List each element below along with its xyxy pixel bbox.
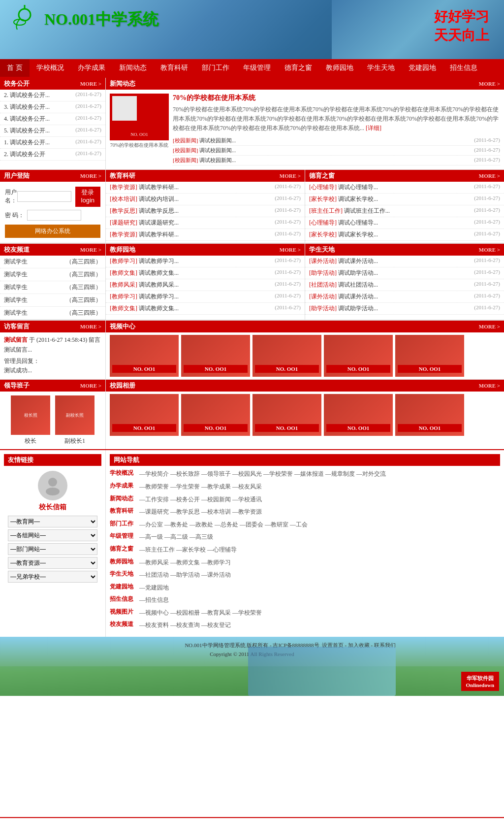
nav-overview[interactable]: 学校概况 xyxy=(30,59,71,77)
list-item: [心理辅导] 调试心理辅导...(2011-6-27) xyxy=(305,217,504,229)
nav-achievements[interactable]: 办学成果 xyxy=(71,59,112,77)
photo-thumb[interactable]: NO. OO1 xyxy=(181,394,250,436)
list-item-link[interactable]: 2. 调试校务公开 xyxy=(4,150,45,159)
sitemap-vals: —课题研究 —教学反思 —校本培训 —教学资源 xyxy=(139,507,262,518)
username-label: 用户名： xyxy=(5,188,17,205)
sitemap-vals: —办公室 —教务处 —政教处 —总务处 —团委会 —教研室 —工会 xyxy=(139,520,308,530)
friends-links-section: 友情链接 校长信箱 —教育网— —各组网站— —部门网站— —教育资源— —兄弟… xyxy=(0,450,106,637)
teacher-zone-more[interactable]: MORE > xyxy=(280,247,301,253)
row4: 访客留言 MORE > 测试留言 于 (2011-6-27 14:58:43) … xyxy=(0,320,504,379)
leader-name: 校长 xyxy=(11,437,50,445)
nav-edu-research[interactable]: 教育科研 xyxy=(154,59,195,77)
edu-resources-select[interactable]: —教育资源— xyxy=(8,557,97,569)
news-sub-list: [校园新闻] 调试校园新闻...(2011-6-27) [校园新闻] 调试校园新… xyxy=(173,136,500,165)
photo-thumb[interactable]: NO. OO1 xyxy=(324,394,393,436)
xiao-wu-gong-kai-section: 校务公开 MORE > 2. 调试校务公开...(2011-6-27) 3. 调… xyxy=(0,78,106,169)
list-item: 4. 调试校务公开...(2011-6-27) xyxy=(0,113,105,125)
sitemap-content: 学校概况 —学校简介 —校长致辞 —领导班子 —校园风光 —学校荣誉 —媒体报道… xyxy=(110,469,500,631)
photo-album-more[interactable]: MORE > xyxy=(479,383,500,389)
visitor-msg-title: 访客留言 xyxy=(4,322,30,331)
sitemap-key: 学生天地 xyxy=(110,570,139,578)
sitemap-vals: —工作安排 —校务公开 —校园新闻 —学校通讯 xyxy=(139,494,262,505)
video-thumb[interactable]: NO. OO1 xyxy=(110,335,179,377)
sitemap-vals: —社团活动 —助学活动 —课外活动 xyxy=(139,570,231,581)
row6: 友情链接 校长信箱 —教育网— —各组网站— —部门网站— —教育资源— —兄弟… xyxy=(0,449,504,637)
teacher-zone-title: 教师园地 xyxy=(110,245,135,254)
video-thumb[interactable]: NO. OO1 xyxy=(252,335,321,377)
msg-author: 测试留言 xyxy=(4,336,28,343)
leader-list: 校长照 校长 副校长照 副校长1 xyxy=(0,392,105,449)
leader-more[interactable]: MORE > xyxy=(80,383,101,389)
list-item: 5. 调试校务公开...(2011-6-27) xyxy=(0,125,105,137)
alumni-more[interactable]: MORE > xyxy=(80,247,101,253)
nav-grade-mgmt[interactable]: 年级管理 xyxy=(236,59,278,77)
list-item-link[interactable]: 2. 调试校务公开... xyxy=(4,91,50,99)
list-item-link[interactable]: 5. 调试校务公开... xyxy=(4,127,50,135)
nav-dept-work[interactable]: 部门工作 xyxy=(195,59,236,77)
list-item: [课题研究] 调试课题研究...(2011-6-27) xyxy=(106,217,305,229)
sitemap-vals: —班主任工作 —家长学校 —心理辅导 xyxy=(139,545,237,556)
moral-edu-more[interactable]: MORE > xyxy=(479,173,500,179)
sister-schools-select[interactable]: —兄弟学校— xyxy=(8,571,97,583)
video-center-title: 视频中心 xyxy=(110,322,135,331)
alumni-title: 校友频道 xyxy=(4,245,30,254)
list-item-link[interactable]: 1. 调试校务公开... xyxy=(4,138,50,147)
sitemap-row: 教育科研 —课题研究 —教学反思 —校本培训 —教学资源 xyxy=(110,507,500,518)
sitemap-key: 办学成果 xyxy=(110,482,139,490)
nav-enrollment[interactable]: 招生信息 xyxy=(443,59,484,77)
username-input[interactable] xyxy=(17,191,71,202)
reply-content: 测试成功... xyxy=(4,366,101,375)
password-row: 密 码： xyxy=(5,210,100,221)
nav-home[interactable]: 首 页 xyxy=(0,59,30,77)
sitemap-header: 网站导航 xyxy=(110,454,500,466)
password-input[interactable] xyxy=(27,210,81,221)
row2: 用户登陆 MORE > 用户名： 登录login 密 码： 网络办公系统 教育科… xyxy=(0,169,504,244)
edu-research-list: [教学资源] 调试教学科研...(2011-6-27) [校本培训] 调试校内培… xyxy=(106,182,305,241)
list-item: [助学活动] 调试助学活动...(2011-6-27) xyxy=(305,267,504,279)
visitor-msg-more[interactable]: MORE > xyxy=(80,324,101,329)
video-thumb[interactable]: NO. OO1 xyxy=(181,335,250,377)
photo-thumb[interactable]: NO. OO1 xyxy=(252,394,321,436)
list-item: 测试学生（高三四班） xyxy=(0,268,105,281)
video-center-more[interactable]: MORE > xyxy=(479,324,500,329)
nav-teacher-zone[interactable]: 教师园地 xyxy=(319,59,360,77)
photo-thumb[interactable]: NO. OO1 xyxy=(395,394,464,436)
dept-sites-select[interactable]: —部门网站— xyxy=(8,543,97,555)
news-more[interactable]: MORE > xyxy=(479,81,500,87)
list-item: [助学活动] 调试助学活动...(2011-6-27) xyxy=(305,303,504,315)
news-center-content: NO. OO1 70%的学校都在使用本系统 70%的学校都在使用本系统 70%的… xyxy=(106,90,504,169)
xiao-wu-more[interactable]: MORE > xyxy=(80,81,101,87)
nav-moral-edu[interactable]: 德育之窗 xyxy=(278,59,319,77)
sitemap-key: 校友频道 xyxy=(110,620,139,628)
list-item: 测试学生（高三四班） xyxy=(0,307,105,320)
svg-point-2 xyxy=(14,19,26,25)
list-item-link[interactable]: 3. 调试校务公开... xyxy=(4,103,50,111)
jiao-yu-ke-yan-section: 教育科研 MORE > [教学资源] 调试教学科研...(2011-6-27) … xyxy=(106,170,305,243)
sitemap-key: 视频图片 xyxy=(110,608,139,616)
video-thumb[interactable]: NO. OO1 xyxy=(395,335,464,377)
edu-research-more[interactable]: MORE > xyxy=(280,173,301,179)
nav-student-zone[interactable]: 学生天地 xyxy=(360,59,402,77)
photo-thumb[interactable]: NO. OO1 xyxy=(110,394,179,436)
list-item: [教师文集] 调试教师文集...(2011-6-27) xyxy=(106,303,305,315)
nav-news[interactable]: 新闻动态 xyxy=(112,59,154,77)
leader-photo: 校长照 xyxy=(11,395,50,435)
video-thumb[interactable]: NO. OO1 xyxy=(324,335,393,377)
student-zone-more[interactable]: MORE > xyxy=(479,247,500,253)
news-body: 70%的学校都在使用本系统70%的学校都在使用本系统70%的学校都在使用本系统7… xyxy=(173,105,500,133)
oa-button[interactable]: 网络办公系统 xyxy=(5,225,100,238)
sitemap-row: 视频图片 —视频中心 —校园相册 —教育风采 —学校荣誉 xyxy=(110,608,500,619)
list-item: [校园新闻] 调试校园新闻...(2011-6-27) xyxy=(173,136,500,146)
list-item: [教师风采] 调试教师风采...(2011-6-27) xyxy=(106,279,305,291)
edu-research-header: 教育科研 MORE > xyxy=(106,170,305,182)
moral-edu-header: 德育之窗 MORE > xyxy=(305,170,504,182)
news-more-link[interactable]: [详细] xyxy=(366,125,381,131)
edu-network-select[interactable]: —教育网— xyxy=(8,516,97,527)
principal-mailbox-area: 校长信箱 —教育网— —各组网站— —部门网站— —教育资源— —兄弟学校— xyxy=(4,466,101,590)
login-more[interactable]: MORE > xyxy=(80,173,101,179)
nav-party-building[interactable]: 党建园地 xyxy=(402,59,443,77)
list-item-link[interactable]: 4. 调试校务公开... xyxy=(4,115,50,123)
teacher-zone-list: [教师学习] 调试教师学习...(2011-6-27) [教师文集] 调试教师文… xyxy=(106,256,305,315)
login-button[interactable]: 登录login xyxy=(75,187,100,207)
group-sites-select[interactable]: —各组网站— xyxy=(8,529,97,541)
